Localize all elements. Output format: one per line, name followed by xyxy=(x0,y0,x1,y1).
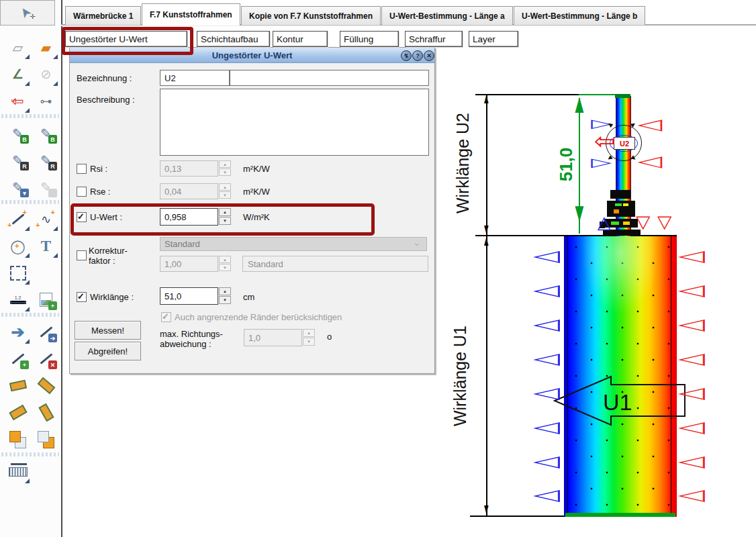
pipe-connector-tool-icon[interactable]: ⊶ xyxy=(34,89,58,113)
document-tab-3[interactable]: U-Wert-Bestimmung - Länge a xyxy=(381,6,513,25)
line-delete-tool-icon[interactable]: ✕ xyxy=(34,346,58,371)
spin-down-icon[interactable]: ▼ xyxy=(219,296,231,304)
korrekturfaktor-label-2: faktor : xyxy=(89,256,115,266)
wirklaenge-label: Wirklänge : xyxy=(90,292,134,302)
wirklaenge-checkbox[interactable] xyxy=(77,292,87,302)
beschreibung-textarea[interactable] xyxy=(160,89,429,156)
u-wert-panel: Ungestörter U-Wert ↯ ? ✕ Bezeichnung : U… xyxy=(69,47,435,374)
measure-filled-tool-icon[interactable]: ▰ xyxy=(34,35,58,60)
recalculate-button[interactable]: ↯ xyxy=(401,50,412,61)
panel-title: Ungestörter U-Wert xyxy=(212,50,293,60)
slab-corner-tool-icon[interactable] xyxy=(5,373,30,398)
slab-diagonal-tool-icon[interactable] xyxy=(34,373,58,398)
ruler-tool-icon[interactable] xyxy=(5,459,30,484)
send-to-back-tool-icon[interactable] xyxy=(34,427,58,452)
rsi-checkbox[interactable] xyxy=(77,164,87,174)
frame-profile-detail xyxy=(611,222,619,225)
flow-triangle-blue: ◁ xyxy=(533,316,560,332)
dimension-line-vertical xyxy=(486,95,487,517)
flow-triangle-blue: ◁ xyxy=(533,453,560,469)
pen-save-tool-icon[interactable]: ✎▾ xyxy=(5,175,30,199)
pen-boundary-pick-tool-icon[interactable]: ✎B xyxy=(34,121,58,146)
flow-triangle-blue: ◁ xyxy=(533,419,560,434)
toolbar-separator xyxy=(1,313,59,317)
toolbar-separator xyxy=(1,452,59,456)
pen-resistance-pick-tool-icon[interactable]: ✎R xyxy=(34,148,58,173)
wirklaenge-u2-dim-label: Wirklänge U2 xyxy=(453,113,473,213)
property-tab-4[interactable]: Schraffur xyxy=(405,31,463,47)
bezeichnung-input-2[interactable] xyxy=(230,70,429,86)
panel-title-bar[interactable]: Ungestörter U-Wert xyxy=(70,48,434,63)
measure-outline-tool-icon[interactable]: ▱ xyxy=(5,35,30,60)
spin-down-icon[interactable]: ▼ xyxy=(219,217,231,225)
bend-polyline-tool-icon[interactable]: ∠ xyxy=(5,62,30,87)
line-add-tool-icon[interactable]: + xyxy=(5,346,30,371)
u-wert-label: U-Wert : xyxy=(90,212,122,222)
dim-arrow-down: ▼ xyxy=(483,501,490,516)
u-value-arrow-tool-icon[interactable]: ⇦U1 xyxy=(5,89,30,113)
flow-triangle-red: ◁ xyxy=(678,385,705,400)
property-tab-1[interactable]: Schichtaufbau xyxy=(197,31,270,47)
circle-center-tool-icon[interactable]: ◯+ xyxy=(5,234,30,258)
spin-up-icon: ▲ xyxy=(219,183,231,191)
help-button[interactable]: ? xyxy=(412,50,423,61)
slab-wedge-tool-icon[interactable] xyxy=(34,400,58,425)
property-tab-2[interactable]: Kontur xyxy=(273,31,328,47)
dim-arrow-up: ▲ xyxy=(483,91,490,105)
green-dim-value-label: 51,0 xyxy=(556,148,577,182)
line-arrow-tool-icon[interactable]: ➔ xyxy=(34,320,58,344)
u-wert-unit: W/m²K xyxy=(243,212,270,222)
green-dim-arrow-up: ▲ xyxy=(572,91,587,117)
select-tool[interactable]: ➤ ✛ xyxy=(0,0,55,26)
circle-disabled-tool-icon[interactable]: ⊘ xyxy=(34,62,58,87)
property-tab-0[interactable]: Ungestörter U-Wert xyxy=(65,31,187,47)
wirklaenge-spinner[interactable]: 51,0 ▲▼ xyxy=(160,287,231,305)
adjacent-edges-checkbox xyxy=(161,312,171,322)
spin-up-icon[interactable]: ▲ xyxy=(219,208,231,216)
pen-resistance-tool-icon[interactable]: ✎R xyxy=(5,148,30,173)
korrekturfaktor-checkbox[interactable] xyxy=(77,250,87,260)
document-tab-4[interactable]: U-Wert-Bestimmung - Länge b xyxy=(514,6,645,25)
spin-up-icon: ▲ xyxy=(219,160,231,168)
close-button[interactable]: ✕ xyxy=(424,50,434,61)
pen-disabled-tool-icon[interactable]: ✎ xyxy=(34,175,58,199)
selection-rect-tool-icon[interactable] xyxy=(5,260,30,285)
adjacent-edges-label: Auch angrenzende Ränder berücksichtigen xyxy=(175,312,342,322)
korrekturfaktor-name-box: Standard xyxy=(242,256,428,272)
add-image-tool-icon[interactable]: + xyxy=(34,287,58,312)
rse-unit: m²K/W xyxy=(243,187,270,197)
max-richtung-label-2: abweichung : xyxy=(160,339,211,349)
flow-triangle-blue: ◁ xyxy=(533,282,560,297)
text-tool-icon[interactable]: T xyxy=(34,234,58,258)
toolbar-separator xyxy=(1,114,59,118)
u-wert-spinner[interactable]: 0,958 ▲▼ xyxy=(160,208,231,226)
property-tab-3[interactable]: Füllung xyxy=(340,31,399,47)
polyline-tool-icon[interactable]: ∿++ xyxy=(34,207,58,232)
pen-boundary-tool-icon[interactable]: ✎B xyxy=(5,121,30,146)
flow-triangle-red: ◁ xyxy=(638,154,663,169)
line-tool-icon[interactable]: ++ xyxy=(5,207,30,232)
u-wert-checkbox[interactable] xyxy=(77,212,87,222)
app-window: { "tab_bar": { "tabs": [ {"label": "Wärm… xyxy=(0,0,756,537)
spin-up-icon[interactable]: ▲ xyxy=(219,287,231,295)
abgreifen-button[interactable]: Abgreifen! xyxy=(75,342,141,360)
property-tab-5[interactable]: Layer xyxy=(469,31,518,47)
rse-checkbox[interactable] xyxy=(77,187,87,197)
max-richtung-spinner: 1,0 ▲▼ xyxy=(244,329,315,346)
slab-corner-open-tool-icon[interactable] xyxy=(5,400,30,425)
document-tab-2[interactable]: Kopie von F.7 Kunststoffrahmen xyxy=(241,6,381,25)
dimension-tool-icon[interactable]: 1.2 xyxy=(5,287,30,312)
arrow-tool-icon[interactable]: ➔ xyxy=(5,320,30,344)
bring-to-front-tool-icon[interactable] xyxy=(5,427,30,452)
document-tab-0[interactable]: Wärmebrücke 1 xyxy=(65,6,141,25)
rsi-label: Rsi : xyxy=(90,164,107,174)
flow-triangle-red-down: ▽ xyxy=(636,213,651,230)
document-tab-1[interactable]: F.7 Kunststoffrahmen xyxy=(142,3,240,26)
bezeichnung-input[interactable]: U2 xyxy=(160,70,230,86)
flow-triangle-red: ◁ xyxy=(678,282,705,297)
messen-button[interactable]: Messen! xyxy=(75,321,141,340)
frame-profile-block xyxy=(610,190,630,199)
u1-arrow-label: U1 xyxy=(603,389,632,416)
spin-down-icon: ▼ xyxy=(219,168,231,176)
extension-line-top xyxy=(475,94,579,95)
